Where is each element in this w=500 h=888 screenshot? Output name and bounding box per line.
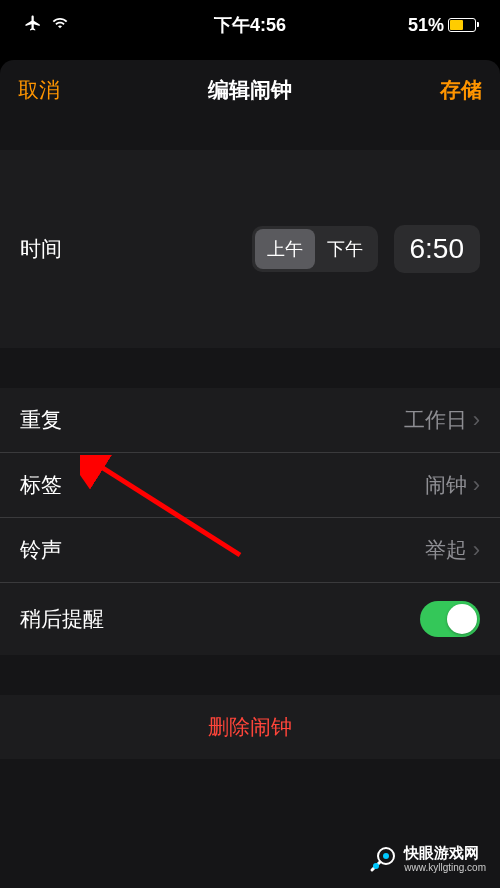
repeat-label: 重复 bbox=[20, 406, 62, 434]
battery-icon bbox=[448, 18, 476, 32]
watermark-url: www.kyllgting.com bbox=[404, 862, 486, 873]
tag-label: 标签 bbox=[20, 471, 62, 499]
modal-header: 取消 编辑闹钟 存储 bbox=[0, 60, 500, 120]
save-button[interactable]: 存储 bbox=[440, 76, 482, 104]
settings-section: 重复 工作日 › 标签 闹钟 › 铃声 举起 › 稍后提醒 bbox=[0, 388, 500, 655]
watermark: 快眼游戏网 www.kyllgting.com bbox=[368, 844, 486, 874]
sound-value: 举起 bbox=[425, 536, 467, 564]
modal-title: 编辑闹钟 bbox=[208, 76, 292, 104]
tag-row[interactable]: 标签 闹钟 › bbox=[0, 453, 500, 518]
repeat-value: 工作日 bbox=[404, 406, 467, 434]
battery-percent: 51% bbox=[408, 15, 444, 36]
svg-point-3 bbox=[383, 853, 389, 859]
sound-label: 铃声 bbox=[20, 536, 62, 564]
snooze-label: 稍后提醒 bbox=[20, 605, 104, 633]
time-picker[interactable]: 6:50 bbox=[394, 225, 481, 273]
status-bar: 下午4:56 51% bbox=[0, 0, 500, 50]
pm-option[interactable]: 下午 bbox=[315, 229, 375, 269]
status-time: 下午4:56 bbox=[214, 13, 286, 37]
chevron-right-icon: › bbox=[473, 537, 480, 563]
chevron-right-icon: › bbox=[473, 407, 480, 433]
ampm-segment[interactable]: 上午 下午 bbox=[252, 226, 378, 272]
time-label: 时间 bbox=[20, 235, 62, 263]
time-section: 时间 上午 下午 6:50 bbox=[0, 150, 500, 348]
snooze-toggle[interactable] bbox=[420, 601, 480, 637]
watermark-title: 快眼游戏网 bbox=[404, 845, 486, 862]
airplane-mode-icon bbox=[24, 14, 42, 37]
tag-value: 闹钟 bbox=[425, 471, 467, 499]
delete-alarm-button[interactable]: 删除闹钟 bbox=[208, 715, 292, 738]
sound-row[interactable]: 铃声 举起 › bbox=[0, 518, 500, 583]
chevron-right-icon: › bbox=[473, 472, 480, 498]
am-option[interactable]: 上午 bbox=[255, 229, 315, 269]
watermark-logo-icon bbox=[368, 844, 398, 874]
cancel-button[interactable]: 取消 bbox=[18, 76, 60, 104]
wifi-icon bbox=[50, 15, 70, 36]
edit-alarm-modal: 取消 编辑闹钟 存储 时间 上午 下午 6:50 重复 工作日 › 标签 闹钟 … bbox=[0, 60, 500, 888]
svg-point-5 bbox=[373, 863, 379, 869]
repeat-row[interactable]: 重复 工作日 › bbox=[0, 388, 500, 453]
snooze-row: 稍后提醒 bbox=[0, 583, 500, 655]
delete-section[interactable]: 删除闹钟 bbox=[0, 695, 500, 759]
